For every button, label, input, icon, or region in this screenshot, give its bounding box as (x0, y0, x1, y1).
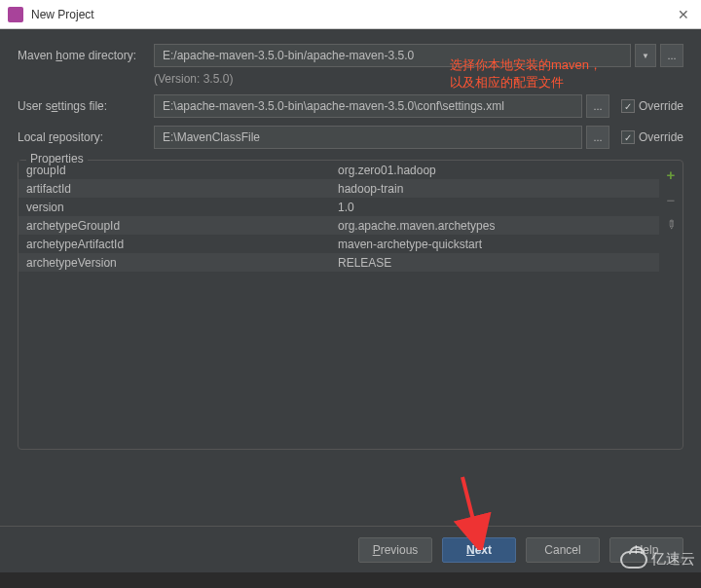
previous-button[interactable]: Previous (358, 537, 432, 563)
table-row[interactable]: artifactId hadoop-train (18, 179, 659, 198)
user-settings-row: User settings file: ... ✓ Override (18, 93, 683, 119)
button-bar: Previous Next Cancel Help (0, 526, 701, 572)
table-row[interactable]: archetypeGroupId org.apache.maven.archet… (18, 216, 659, 235)
user-settings-override-label: Override (639, 99, 683, 113)
title-bar: New Project ✕ (0, 0, 701, 29)
properties-toolbar: + − ✎ (659, 161, 683, 449)
add-property-icon[interactable]: + (663, 166, 679, 182)
maven-home-browse[interactable]: ... (660, 44, 683, 67)
app-icon (8, 7, 23, 22)
properties-panel: Properties groupId org.zero01.hadoop art… (18, 160, 683, 450)
next-button[interactable]: Next (442, 537, 516, 563)
table-row[interactable]: archetypeArtifactId maven-archetype-quic… (18, 235, 659, 253)
user-settings-input[interactable] (154, 94, 582, 118)
local-repo-label: Local repository: (18, 130, 154, 144)
maven-home-label: Maven home directory: (18, 49, 154, 62)
edit-property-icon[interactable]: ✎ (660, 214, 683, 237)
user-settings-browse[interactable]: ... (586, 94, 609, 118)
local-repo-input[interactable] (154, 126, 582, 149)
maven-home-dropdown[interactable]: ▼ (635, 44, 656, 67)
table-row[interactable]: version 1.0 (18, 198, 659, 216)
user-settings-label: User settings file: (18, 99, 154, 113)
local-repo-override-label: Override (639, 130, 683, 144)
maven-version-text: (Version: 3.5.0) (154, 72, 683, 86)
help-button[interactable]: Help (609, 537, 683, 563)
local-repo-override-checkbox[interactable]: ✓ (621, 130, 635, 144)
dialog-body: Maven home directory: ▼ ... (Version: 3.… (0, 29, 701, 526)
local-repo-browse[interactable]: ... (586, 126, 609, 149)
table-row[interactable]: groupId org.zero01.hadoop (18, 161, 659, 179)
close-icon[interactable]: ✕ (674, 7, 693, 22)
properties-table[interactable]: groupId org.zero01.hadoop artifactId had… (18, 161, 659, 449)
properties-legend: Properties (26, 152, 88, 165)
user-settings-override-checkbox[interactable]: ✓ (621, 99, 635, 113)
remove-property-icon[interactable]: − (663, 192, 679, 207)
annotation-text: 选择你本地安装的maven， 以及相应的配置文件 (450, 56, 602, 92)
cancel-button[interactable]: Cancel (526, 537, 600, 563)
local-repo-row: Local repository: ... ✓ Override (18, 125, 683, 150)
table-row[interactable]: archetypeVersion RELEASE (18, 253, 659, 272)
window-title: New Project (31, 8, 674, 21)
